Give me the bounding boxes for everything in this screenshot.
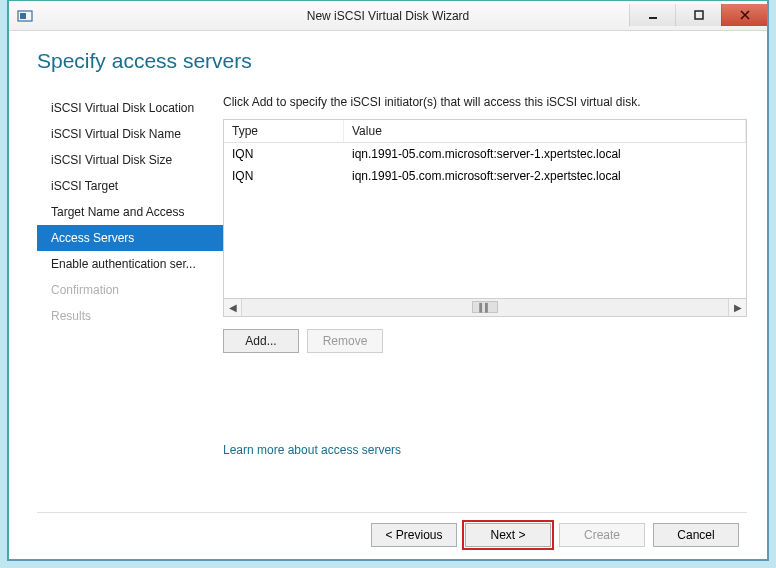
footer-separator <box>37 512 747 513</box>
window-controls <box>629 5 767 26</box>
instruction-text: Click Add to specify the iSCSI initiator… <box>223 95 747 109</box>
next-button[interactable]: Next > <box>465 523 551 547</box>
wizard-footer: < Previous Next > Create Cancel <box>37 523 747 547</box>
col-type[interactable]: Type <box>224 120 344 142</box>
row-buttons: Add... Remove <box>223 329 747 353</box>
svg-rect-3 <box>695 11 703 19</box>
nav-item-1[interactable]: iSCSI Virtual Disk Name <box>37 121 223 147</box>
scroll-right-icon[interactable]: ▶ <box>728 299 746 316</box>
col-value[interactable]: Value <box>344 120 746 142</box>
nav-item-8: Results <box>37 303 223 329</box>
maximize-button[interactable] <box>675 4 721 26</box>
cell-value: iqn.1991-05.com.microsoft:server-2.xpert… <box>344 165 746 187</box>
nav-item-3[interactable]: iSCSI Target <box>37 173 223 199</box>
table-header: Type Value <box>224 120 746 143</box>
nav-item-6[interactable]: Enable authentication ser... <box>37 251 223 277</box>
minimize-button[interactable] <box>629 4 675 26</box>
initiators-table: Type Value IQNiqn.1991-05.com.microsoft:… <box>223 119 747 299</box>
main-panel: Click Add to specify the iSCSI initiator… <box>223 95 747 498</box>
remove-button: Remove <box>307 329 383 353</box>
content-columns: iSCSI Virtual Disk LocationiSCSI Virtual… <box>37 95 747 498</box>
wizard-nav: iSCSI Virtual Disk LocationiSCSI Virtual… <box>37 95 223 498</box>
app-icon <box>17 8 33 24</box>
cell-value: iqn.1991-05.com.microsoft:server-1.xpert… <box>344 143 746 165</box>
cell-type: IQN <box>224 143 344 165</box>
previous-button[interactable]: < Previous <box>371 523 457 547</box>
nav-item-4[interactable]: Target Name and Access <box>37 199 223 225</box>
wizard-body: Specify access servers iSCSI Virtual Dis… <box>9 31 767 559</box>
scroll-thumb[interactable]: ▌▌ <box>472 301 498 313</box>
wizard-window: New iSCSI Virtual Disk Wizard Specify ac… <box>8 0 768 560</box>
titlebar: New iSCSI Virtual Disk Wizard <box>9 1 767 31</box>
table-row[interactable]: IQNiqn.1991-05.com.microsoft:server-2.xp… <box>224 165 746 187</box>
learn-more-link[interactable]: Learn more about access servers <box>223 443 747 457</box>
horizontal-scrollbar[interactable]: ◀ ▌▌ ▶ <box>223 299 747 317</box>
add-button[interactable]: Add... <box>223 329 299 353</box>
cancel-button[interactable]: Cancel <box>653 523 739 547</box>
nav-item-2[interactable]: iSCSI Virtual Disk Size <box>37 147 223 173</box>
nav-item-7: Confirmation <box>37 277 223 303</box>
page-heading: Specify access servers <box>37 49 747 73</box>
table-body: IQNiqn.1991-05.com.microsoft:server-1.xp… <box>224 143 746 187</box>
create-button: Create <box>559 523 645 547</box>
close-button[interactable] <box>721 4 767 26</box>
svg-rect-1 <box>20 13 26 19</box>
nav-item-0[interactable]: iSCSI Virtual Disk Location <box>37 95 223 121</box>
table-row[interactable]: IQNiqn.1991-05.com.microsoft:server-1.xp… <box>224 143 746 165</box>
nav-item-5[interactable]: Access Servers <box>37 225 223 251</box>
scroll-left-icon[interactable]: ◀ <box>224 299 242 316</box>
cell-type: IQN <box>224 165 344 187</box>
